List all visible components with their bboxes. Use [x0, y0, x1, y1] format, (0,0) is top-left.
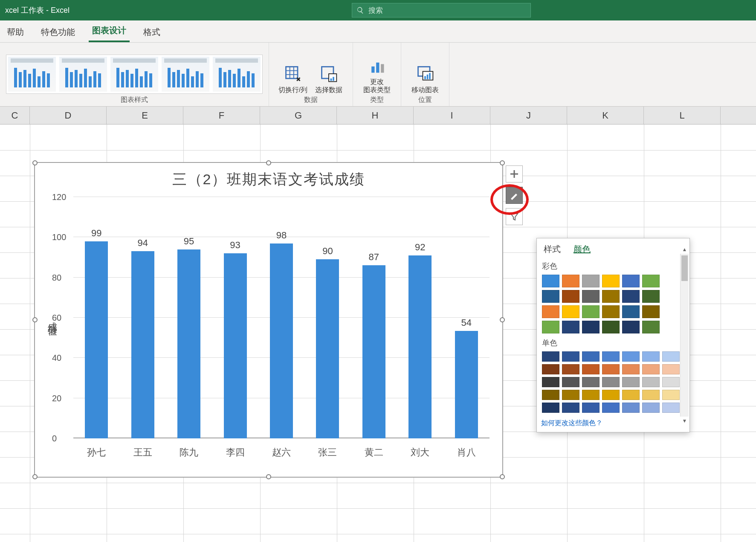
- picker-footer-link[interactable]: 如何更改这些颜色？: [541, 419, 685, 428]
- color-swatch[interactable]: [602, 377, 620, 387]
- color-swatch[interactable]: [662, 390, 680, 400]
- bar-rect[interactable]: [362, 265, 385, 438]
- color-swatch[interactable]: [642, 403, 660, 413]
- resize-handle[interactable]: [266, 160, 271, 165]
- resize-handle[interactable]: [32, 160, 38, 165]
- color-swatch[interactable]: [582, 351, 600, 362]
- chart-object[interactable]: 三（2）班期末语文考试成绩 成绩分值 020406080100120 99949…: [34, 162, 503, 478]
- color-swatch[interactable]: [602, 351, 620, 362]
- picker-tab-style[interactable]: 样式: [544, 243, 561, 255]
- bar[interactable]: 93: [218, 240, 252, 438]
- color-swatch[interactable]: [562, 290, 579, 303]
- color-swatch[interactable]: [562, 390, 579, 400]
- color-swatch[interactable]: [602, 290, 620, 303]
- color-swatch[interactable]: [542, 403, 559, 413]
- color-swatch[interactable]: [642, 275, 660, 287]
- resize-handle[interactable]: [266, 474, 271, 479]
- resize-handle[interactable]: [32, 474, 38, 479]
- color-swatch[interactable]: [602, 403, 620, 413]
- color-swatch[interactable]: [662, 403, 680, 413]
- color-swatch[interactable]: [562, 364, 579, 374]
- chart-style-thumb[interactable]: [213, 57, 261, 92]
- scroll-down-icon[interactable]: ▼: [681, 417, 689, 425]
- chart-elements-button[interactable]: [506, 165, 523, 183]
- picker-tab-color[interactable]: 颜色: [574, 243, 591, 255]
- column-header[interactable]: I: [414, 107, 490, 124]
- color-swatch[interactable]: [542, 321, 559, 333]
- color-swatch[interactable]: [602, 390, 620, 400]
- color-swatch[interactable]: [582, 305, 600, 318]
- switch-row-col-button[interactable]: 切换行/列: [275, 61, 311, 94]
- bar-rect[interactable]: [131, 251, 154, 438]
- bar[interactable]: 94: [126, 238, 159, 438]
- color-swatch[interactable]: [602, 364, 620, 374]
- bar[interactable]: 95: [172, 236, 206, 438]
- bar[interactable]: 92: [403, 242, 437, 438]
- chart-style-thumb[interactable]: [59, 57, 107, 92]
- color-swatch[interactable]: [642, 377, 660, 387]
- color-swatch[interactable]: [582, 290, 600, 303]
- color-swatch[interactable]: [542, 390, 559, 400]
- chart-filter-button[interactable]: [506, 208, 523, 225]
- column-header[interactable]: F: [183, 107, 260, 124]
- color-swatch[interactable]: [582, 321, 600, 333]
- bar-rect[interactable]: [224, 253, 247, 438]
- chart-style-thumb[interactable]: [162, 57, 209, 92]
- column-header[interactable]: E: [107, 107, 183, 124]
- scroll-up-icon[interactable]: ▲: [681, 245, 689, 254]
- column-header[interactable]: H: [337, 107, 414, 124]
- color-swatch[interactable]: [582, 364, 600, 374]
- color-swatch[interactable]: [642, 321, 660, 333]
- resize-handle[interactable]: [500, 160, 505, 165]
- chart-title[interactable]: 三（2）班期末语文考试成绩: [35, 163, 502, 189]
- color-swatch[interactable]: [602, 305, 620, 318]
- color-swatch[interactable]: [562, 275, 579, 287]
- color-swatch[interactable]: [622, 403, 640, 413]
- color-swatch[interactable]: [642, 290, 660, 303]
- bar[interactable]: 90: [311, 246, 344, 438]
- bar-rect[interactable]: [270, 243, 293, 438]
- color-swatch[interactable]: [582, 403, 600, 413]
- color-swatch[interactable]: [582, 275, 600, 287]
- plot-area[interactable]: 成绩分值 020406080100120 999495939890879254 …: [73, 197, 490, 438]
- color-swatch[interactable]: [622, 377, 640, 387]
- column-header[interactable]: K: [567, 107, 644, 124]
- column-header[interactable]: J: [490, 107, 567, 124]
- color-swatch[interactable]: [582, 390, 600, 400]
- resize-handle[interactable]: [500, 317, 505, 322]
- chart-styles-gallery[interactable]: [6, 55, 263, 94]
- color-swatch[interactable]: [542, 377, 559, 387]
- bar-rect[interactable]: [408, 255, 432, 438]
- chart-color-picker[interactable]: 样式 颜色 彩色 单色 如何更改这些颜色？ ▲ ▼: [536, 238, 690, 432]
- color-swatch[interactable]: [622, 351, 640, 362]
- color-swatch[interactable]: [542, 305, 559, 318]
- color-swatch[interactable]: [622, 305, 640, 318]
- color-swatch[interactable]: [662, 351, 680, 362]
- resize-handle[interactable]: [500, 474, 505, 479]
- color-swatch[interactable]: [642, 351, 660, 362]
- column-header[interactable]: D: [30, 107, 107, 124]
- bar[interactable]: 99: [80, 228, 113, 438]
- color-swatch[interactable]: [622, 364, 640, 374]
- chart-style-thumb[interactable]: [8, 57, 56, 92]
- color-swatch[interactable]: [642, 390, 660, 400]
- bar[interactable]: 98: [265, 230, 298, 438]
- color-swatch[interactable]: [562, 377, 579, 387]
- color-swatch[interactable]: [562, 403, 579, 413]
- bar-rect[interactable]: [85, 241, 108, 438]
- search-box[interactable]: 搜索: [352, 3, 531, 17]
- color-swatch[interactable]: [562, 321, 579, 333]
- move-chart-button[interactable]: 移动图表: [407, 61, 443, 94]
- color-swatch[interactable]: [662, 377, 680, 387]
- color-swatch[interactable]: [602, 321, 620, 333]
- color-swatch[interactable]: [542, 275, 559, 287]
- color-swatch[interactable]: [562, 305, 579, 318]
- tab-format[interactable]: 格式: [140, 22, 164, 42]
- color-swatch[interactable]: [622, 290, 640, 303]
- column-header[interactable]: L: [644, 107, 721, 124]
- bar[interactable]: 87: [357, 252, 391, 438]
- color-swatch[interactable]: [662, 364, 680, 374]
- bar[interactable]: 54: [450, 317, 483, 438]
- tab-help[interactable]: 帮助: [3, 22, 27, 42]
- bar-rect[interactable]: [177, 249, 200, 438]
